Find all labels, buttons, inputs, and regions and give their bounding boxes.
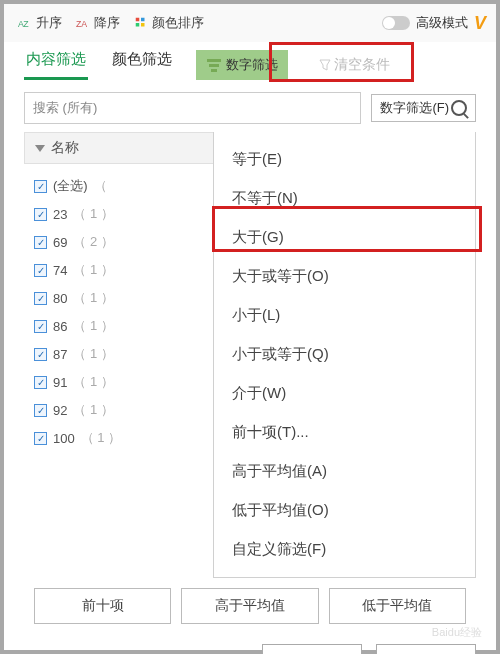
checkbox-icon[interactable]: ✓ — [34, 292, 47, 305]
sort-desc-button[interactable]: ZA 降序 — [72, 12, 124, 34]
sort-asc-button[interactable]: AZ 升序 — [14, 12, 66, 34]
number-filter-menu: 等于(E) 不等于(N) 大于(G) 大于或等于(O) 小于(L) 小于或等于(… — [213, 132, 476, 578]
number-filter-btn-label: 数字筛选(F) — [380, 99, 449, 117]
quick-filter-buttons: 前十项 高于平均值 低于平均值 — [4, 578, 496, 634]
list-item[interactable]: ✓87（ 1 ） — [30, 340, 208, 368]
menu-between[interactable]: 介于(W) — [214, 374, 475, 413]
color-sort-icon — [134, 16, 148, 30]
checkbox-icon[interactable]: ✓ — [34, 180, 47, 193]
svg-text:A: A — [81, 19, 87, 29]
menu-greater-than[interactable]: 大于(G) — [214, 218, 475, 257]
svg-rect-10 — [211, 69, 217, 72]
clear-icon — [318, 58, 332, 72]
svg-rect-9 — [209, 64, 219, 67]
list-item[interactable]: ✓74（ 1 ） — [30, 256, 208, 284]
above-avg-button[interactable]: 高于平均值 — [181, 588, 318, 624]
svg-rect-7 — [141, 23, 145, 27]
body-area: 名称 ✓(全选)（ ✓23（ 1 ） ✓69（ 2 ） ✓74（ 1 ） ✓80… — [4, 132, 496, 578]
color-sort-label: 颜色排序 — [152, 14, 204, 32]
sort-asc-label: 升序 — [36, 14, 62, 32]
menu-less-than[interactable]: 小于(L) — [214, 296, 475, 335]
menu-below-avg[interactable]: 低于平均值(O) — [214, 491, 475, 530]
clear-conditions-button[interactable]: 清空条件 — [310, 50, 390, 80]
checkbox-icon[interactable]: ✓ — [34, 404, 47, 417]
list-item[interactable]: ✓86（ 1 ） — [30, 312, 208, 340]
sort-desc-label: 降序 — [94, 14, 120, 32]
svg-rect-4 — [136, 18, 140, 22]
dropdown-icon — [35, 145, 45, 152]
search-input[interactable]: 搜索 (所有) — [24, 92, 361, 124]
checkbox-icon[interactable]: ✓ — [34, 236, 47, 249]
menu-greater-equal[interactable]: 大于或等于(O) — [214, 257, 475, 296]
advanced-toggle[interactable] — [382, 16, 410, 30]
filter-panel: AZ 升序 ZA 降序 颜色排序 高级模式 V 内容筛选 颜色筛选 数字筛选 清… — [0, 0, 500, 654]
tab-number-filter[interactable]: 数字筛选 — [196, 50, 288, 80]
ok-button[interactable]: 确定 — [262, 644, 362, 654]
top10-button[interactable]: 前十项 — [34, 588, 171, 624]
toolbar: AZ 升序 ZA 降序 颜色排序 高级模式 V — [4, 4, 496, 42]
color-sort-button[interactable]: 颜色排序 — [130, 12, 208, 34]
value-list: ✓(全选)（ ✓23（ 1 ） ✓69（ 2 ） ✓74（ 1 ） ✓80（ 1… — [24, 164, 214, 460]
list-item[interactable]: ✓92（ 1 ） — [30, 396, 208, 424]
menu-equals[interactable]: 等于(E) — [214, 140, 475, 179]
footer: 分析 确定 取消 — [4, 634, 496, 654]
checkbox-icon[interactable]: ✓ — [34, 208, 47, 221]
checkbox-icon[interactable]: ✓ — [34, 264, 47, 277]
svg-rect-8 — [207, 59, 221, 62]
list-item[interactable]: ✓(全选)（ — [30, 172, 208, 200]
advanced-label: 高级模式 — [416, 14, 468, 32]
filter-tabs: 内容筛选 颜色筛选 数字筛选 清空条件 — [4, 42, 496, 80]
checkbox-icon[interactable]: ✓ — [34, 432, 47, 445]
list-item[interactable]: ✓100（ 1 ） — [30, 424, 208, 452]
v-logo-icon: V — [474, 13, 486, 34]
cancel-button[interactable]: 取消 — [376, 644, 476, 654]
menu-less-equal[interactable]: 小于或等于(Q) — [214, 335, 475, 374]
menu-not-equals[interactable]: 不等于(N) — [214, 179, 475, 218]
tab-color-filter[interactable]: 颜色筛选 — [110, 50, 174, 80]
sort-asc-icon: AZ — [18, 16, 32, 30]
svg-rect-6 — [136, 23, 140, 27]
list-item[interactable]: ✓80（ 1 ） — [30, 284, 208, 312]
name-column-header[interactable]: 名称 — [24, 132, 214, 164]
number-filter-icon — [206, 58, 222, 72]
left-column: 名称 ✓(全选)（ ✓23（ 1 ） ✓69（ 2 ） ✓74（ 1 ） ✓80… — [24, 132, 214, 578]
tab-number-label: 数字筛选 — [226, 56, 278, 74]
checkbox-icon[interactable]: ✓ — [34, 376, 47, 389]
menu-above-avg[interactable]: 高于平均值(A) — [214, 452, 475, 491]
checkbox-icon[interactable]: ✓ — [34, 320, 47, 333]
list-item[interactable]: ✓23（ 1 ） — [30, 200, 208, 228]
svg-text:Z: Z — [23, 19, 29, 29]
number-filter-dropdown[interactable]: 数字筛选(F) — [371, 94, 476, 122]
svg-rect-5 — [141, 18, 145, 22]
tab-content-filter[interactable]: 内容筛选 — [24, 50, 88, 80]
name-header-label: 名称 — [51, 139, 79, 157]
checkbox-icon[interactable]: ✓ — [34, 348, 47, 361]
below-avg-button[interactable]: 低于平均值 — [329, 588, 466, 624]
clear-label: 清空条件 — [334, 56, 390, 74]
list-item[interactable]: ✓91（ 1 ） — [30, 368, 208, 396]
list-item[interactable]: ✓69（ 2 ） — [30, 228, 208, 256]
search-row: 搜索 (所有) 数字筛选(F) — [4, 80, 496, 132]
menu-custom[interactable]: 自定义筛选(F) — [214, 530, 475, 569]
sort-desc-icon: ZA — [76, 16, 90, 30]
menu-top10[interactable]: 前十项(T)... — [214, 413, 475, 452]
search-icon — [451, 100, 467, 116]
